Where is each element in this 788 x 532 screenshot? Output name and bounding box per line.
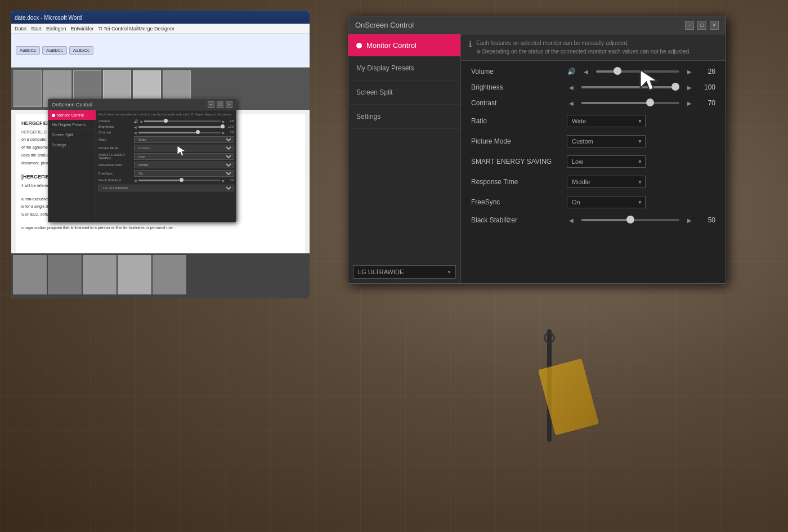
brightness-row: Brightness ◀ ▶ 100	[471, 83, 715, 91]
osc-small-black-right[interactable]: ▶	[222, 178, 225, 182]
black-stabilizer-fill	[581, 219, 630, 221]
ribbon-group-1: AaBbCc AaBbCc AaBbCc	[16, 46, 93, 55]
osc-small-minimize[interactable]: −	[208, 101, 214, 108]
osc-small-monitor-control-btn[interactable]: Monitor Control	[48, 110, 96, 120]
osc-small-black-row: Black Stabilizer ◀ ▶ 50	[98, 178, 234, 182]
picture-mode-dropdown-wrapper: Custom Standard Photo Cinema Game ▼	[567, 135, 646, 147]
osc-small-energy-dropdown[interactable]: Low	[134, 153, 234, 160]
osc-small-volume-left[interactable]: ◀	[140, 119, 142, 123]
osc-small-monitor-select[interactable]: LG ULTRAWIDE	[98, 185, 234, 191]
ribbon-btn-2[interactable]: AaBbCc	[42, 46, 66, 55]
osc-small-nav-split[interactable]: Screen Split	[48, 130, 96, 140]
osc-main-close-btn[interactable]: ×	[710, 21, 719, 30]
osc-small-contrast-slider[interactable]	[138, 132, 221, 133]
volume-icon: 🔊	[567, 68, 576, 75]
osc-main-body: Monitor Control My Display Presets Scree…	[348, 34, 726, 283]
ribbon-btn-3[interactable]: AaBbCc	[69, 46, 93, 55]
osc-small-volume-right[interactable]: ▶	[222, 119, 225, 123]
bottom-thumb-5[interactable]	[153, 255, 186, 294]
ribbon-btn-1[interactable]: AaBbCc	[16, 46, 40, 55]
osc-small-body: Monitor Control My Display Presets Scree…	[48, 110, 236, 222]
osc-small-main: Each features on selected monitor can be…	[96, 110, 236, 222]
osc-main-nav-presets[interactable]: My Display Presets	[348, 56, 460, 81]
info-text: Each features on selected monitor can be…	[476, 39, 691, 56]
osc-main-minimize-btn[interactable]: −	[685, 21, 694, 30]
osc-main-title: OnScreen Control	[355, 21, 414, 29]
response-time-dropdown[interactable]: Middle Fast Faster Normal	[567, 176, 646, 188]
ratio-dropdown[interactable]: Wide Original 4:3	[567, 115, 646, 127]
bottom-thumb-3[interactable]	[83, 255, 117, 294]
osc-small-volume-slider[interactable]	[144, 120, 221, 122]
osc-small-freesync-row: FreeSync On	[98, 170, 234, 177]
osc-main-monitor-select-container: LG ULTRAWIDE ▼	[348, 261, 460, 283]
black-stabilizer-thumb	[626, 216, 634, 223]
freesync-dropdown[interactable]: On Off	[567, 196, 646, 208]
osc-small-contrast-left[interactable]: ◀	[134, 131, 137, 135]
bottom-thumb-1[interactable]	[13, 255, 47, 294]
black-stabilizer-arrow-right[interactable]: ▶	[685, 217, 694, 223]
brightness-arrow-left[interactable]: ◀	[567, 84, 576, 91]
osc-small-info-text: Each features on selected monitor can be…	[98, 113, 234, 117]
osc-small-black-left[interactable]: ◀	[134, 178, 137, 182]
word-menu: Datei Start Einfügen Entwickler Ti Tei C…	[11, 24, 310, 34]
contrast-slider[interactable]	[581, 102, 679, 104]
osc-main-restore-btn[interactable]: □	[697, 21, 706, 30]
osc-small-freesync-dropdown[interactable]: On	[134, 170, 234, 177]
response-time-label: Response Time	[471, 178, 561, 186]
contrast-fill	[581, 102, 650, 104]
osc-controls-area: Volume 🔊 ◀ ▶ 26 Brightness ◀	[461, 61, 726, 239]
black-stabilizer-row: Black Stabilizer ◀ ▶ 50	[471, 216, 715, 224]
osc-small-window: OnScreen Control − □ × Monitor Control M…	[48, 99, 236, 222]
osc-small-picture-row: Picture Mode Custom	[98, 145, 234, 151]
brightness-value: 100	[700, 83, 715, 91]
smart-energy-dropdown[interactable]: Low High Off	[567, 155, 646, 168]
brightness-fill	[581, 86, 679, 88]
contrast-arrow-left[interactable]: ◀	[567, 100, 576, 106]
bottom-thumb-4[interactable]	[118, 255, 151, 294]
black-stabilizer-arrow-left[interactable]: ◀	[567, 217, 576, 223]
contrast-row: Contrast ◀ ▶ 70	[471, 99, 715, 107]
osc-small-restore[interactable]: □	[217, 101, 223, 108]
picture-mode-dropdown[interactable]: Custom Standard Photo Cinema Game	[567, 135, 646, 147]
brightness-arrow-right[interactable]: ▶	[685, 84, 694, 91]
black-stabilizer-slider[interactable]	[581, 219, 679, 221]
contrast-arrow-right[interactable]: ▶	[685, 100, 694, 106]
osc-main-info-bar: ℹ Each features on selected monitor can …	[461, 34, 726, 61]
thumb-1[interactable]	[14, 70, 42, 107]
osc-small-nav-presets[interactable]: My Display Presets	[48, 120, 96, 130]
smart-energy-dropdown-wrapper: Low High Off ▼	[567, 155, 646, 168]
freesync-row: FreeSync On Off ▼	[471, 196, 715, 208]
osc-small-volume-row: Volume 🔊 ◀ ▶ 26	[98, 119, 234, 123]
osc-small-response-dropdown[interactable]: Middle	[134, 162, 234, 168]
osc-small-ratio-dropdown[interactable]: Wide	[134, 136, 234, 143]
osc-small-brightness-slider[interactable]	[138, 126, 221, 128]
osc-small-volume-icon: 🔊	[134, 119, 138, 123]
osc-small-nav-settings[interactable]: Settings	[48, 140, 96, 150]
bottom-thumb-2[interactable]	[48, 255, 82, 294]
osc-small-contrast-right[interactable]: ▶	[222, 131, 225, 135]
osc-small-brightness-left[interactable]: ◀	[134, 125, 137, 129]
osc-main-monitor-control-btn[interactable]: Monitor Control	[348, 34, 460, 56]
volume-arrow-right[interactable]: ▶	[685, 69, 694, 75]
bottom-thumbnails	[11, 253, 310, 298]
volume-slider[interactable]	[596, 70, 679, 73]
osc-small-energy-row: SMART ENERGY SAVING Low	[98, 153, 234, 160]
osc-small-black-slider[interactable]	[138, 180, 221, 181]
volume-thumb	[614, 67, 621, 75]
brightness-label: Brightness	[471, 83, 561, 91]
osc-small-picture-dropdown[interactable]: Custom	[134, 145, 234, 151]
osc-main-monitor-select[interactable]: LG ULTRAWIDE	[353, 265, 456, 279]
osc-small-monitor-select-row: LG ULTRAWIDE	[98, 185, 234, 191]
osc-small-response-row: Response Time Middle	[98, 162, 234, 168]
osc-main-nav-split[interactable]: Screen Split	[348, 81, 460, 105]
volume-arrow-left[interactable]: ◀	[581, 69, 590, 75]
ratio-label: Ratio	[471, 117, 561, 125]
osc-small-close[interactable]: ×	[226, 101, 232, 108]
monitor-screen: date.docx - Microsoft Word Datei Start E…	[11, 11, 310, 298]
osc-main-nav-settings[interactable]: Settings	[348, 105, 460, 129]
osc-small-window-controls: − □ ×	[208, 101, 232, 108]
osc-main-active-dot	[356, 43, 362, 48]
volume-row: Volume 🔊 ◀ ▶ 26	[471, 68, 715, 75]
brightness-slider[interactable]	[581, 86, 679, 88]
freesync-dropdown-wrapper: On Off ▼	[567, 196, 646, 208]
